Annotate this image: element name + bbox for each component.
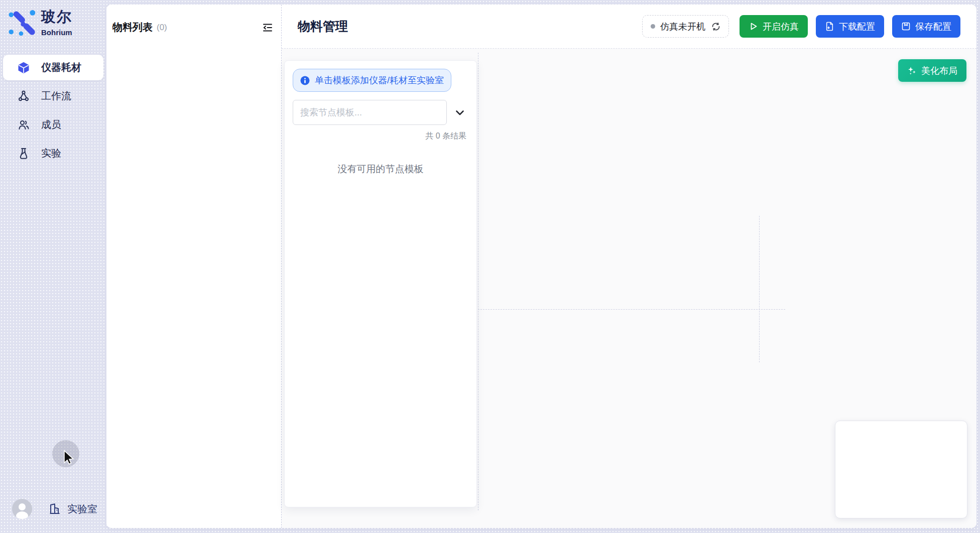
sidebar-item-label: 仪器耗材 xyxy=(41,61,81,74)
brand-name-en: Bohrium xyxy=(41,28,72,37)
template-hint-banner: 单击模板添加仪器/耗材至实验室 xyxy=(293,69,451,92)
file-download-icon xyxy=(825,22,834,31)
template-hint-text: 单击模板添加仪器/耗材至实验室 xyxy=(315,74,444,86)
sidebar-nav: 仪器耗材 工作流 成员 xyxy=(0,55,106,166)
canvas-guide-line xyxy=(759,216,760,362)
save-icon xyxy=(901,22,911,31)
status-dot-icon xyxy=(651,24,655,29)
experiment-icon xyxy=(17,147,30,160)
lab-entry[interactable]: 实验室 xyxy=(48,502,97,516)
refresh-icon[interactable] xyxy=(711,22,720,31)
canvas-guide-line xyxy=(478,53,478,510)
start-simulation-button[interactable]: 开启仿真 xyxy=(740,15,808,38)
avatar-placeholder-icon xyxy=(12,499,32,519)
sidebar-item-label: 实验 xyxy=(41,147,61,160)
brand-logo: 玻尔 Bohrium xyxy=(0,0,106,37)
brand-name-cn: 玻尔 xyxy=(41,7,72,27)
info-icon xyxy=(300,76,310,85)
material-list-panel: 物料列表 (0) xyxy=(106,5,282,528)
bohrium-logo-icon xyxy=(8,9,35,36)
save-config-button[interactable]: 保存配置 xyxy=(892,15,960,38)
sidebar-item-members[interactable]: 成员 xyxy=(3,112,103,138)
sparkles-icon xyxy=(907,66,917,75)
beautify-layout-button[interactable]: 美化布局 xyxy=(898,59,966,82)
material-list-count: (0) xyxy=(157,23,167,33)
play-icon xyxy=(749,22,758,31)
mouse-cursor xyxy=(61,450,76,467)
sidebar-item-label: 成员 xyxy=(41,118,61,131)
node-template-panel: 单击模板添加仪器/耗材至实验室 共 0 条结果 没有可用的节点模板 xyxy=(284,60,477,507)
sidebar-item-label: 工作流 xyxy=(41,89,71,103)
page-header: 物料管理 仿真未开机 开启仿真 xyxy=(282,5,976,49)
lab-label: 实验室 xyxy=(67,502,97,516)
collapse-panel-icon[interactable] xyxy=(262,22,273,33)
simulation-status-pill[interactable]: 仿真未开机 xyxy=(642,15,729,38)
members-icon xyxy=(17,118,30,131)
sidebar-item-instruments[interactable]: 仪器耗材 xyxy=(3,55,103,80)
cube-icon xyxy=(17,61,30,74)
sidebar-item-experiments[interactable]: 实验 xyxy=(3,141,103,166)
canvas-guide-line xyxy=(478,309,785,310)
empty-template-text: 没有可用的节点模板 xyxy=(293,163,468,176)
search-template-input[interactable] xyxy=(293,100,447,125)
flow-canvas[interactable]: 单击模板添加仪器/耗材至实验室 共 0 条结果 没有可用的节点模板 美化布局 xyxy=(282,49,976,528)
download-config-button[interactable]: 下载配置 xyxy=(816,15,884,38)
user-avatar[interactable] xyxy=(12,499,32,519)
minimap[interactable] xyxy=(835,421,967,518)
page-title: 物料管理 xyxy=(298,18,348,35)
workflow-icon xyxy=(17,90,30,103)
sidebar-item-workflow[interactable]: 工作流 xyxy=(3,83,103,109)
simulation-status-text: 仿真未开机 xyxy=(660,21,705,33)
main-content-card: 物料列表 (0) 物料管理 仿真未开机 xyxy=(106,5,976,528)
chevron-down-icon[interactable] xyxy=(454,106,466,118)
lab-building-icon xyxy=(48,502,61,515)
material-list-title: 物料列表 xyxy=(112,21,153,34)
result-count: 共 0 条结果 xyxy=(293,131,468,142)
